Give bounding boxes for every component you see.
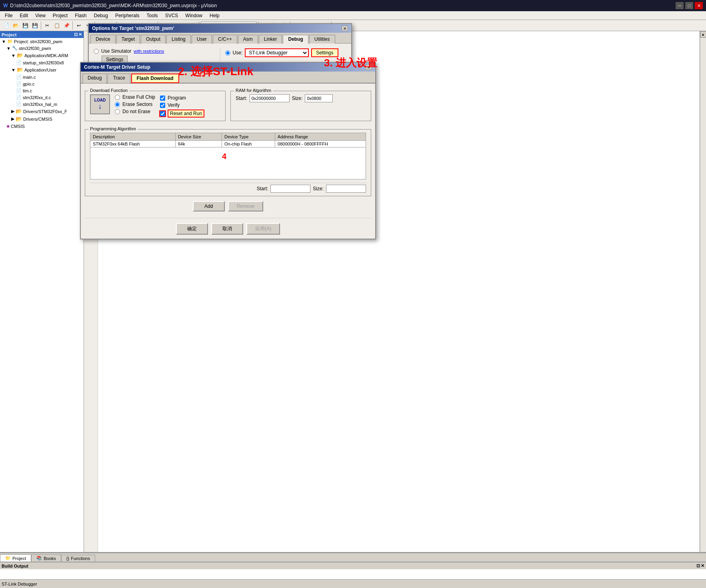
cortex-dialog-titlebar: Cortex-M Target Driver Setup ✕ xyxy=(81,63,375,72)
cut-btn[interactable]: ✂ xyxy=(43,21,52,30)
scroll-up-btn[interactable]: ▲ xyxy=(700,31,706,38)
menu-window[interactable]: Window xyxy=(182,12,206,19)
tab-functions[interactable]: {} Functions xyxy=(61,555,95,562)
cancel-btn[interactable]: 取消 xyxy=(211,223,243,235)
tab-output[interactable]: Output xyxy=(141,35,166,44)
table-row-0[interactable]: STM32F0xx 64kB Flash 64k On-chip Flash 0… xyxy=(90,141,366,147)
cortex-tab-debug[interactable]: Debug xyxy=(82,74,107,83)
use-radio[interactable] xyxy=(225,50,230,56)
tree-gpio-label: gpio.c xyxy=(23,82,34,86)
sidebar-close-btn[interactable]: ✕ xyxy=(78,32,82,37)
menu-peripherals[interactable]: Peripherals xyxy=(112,12,143,19)
erase-sectors-label: Erase Sectors xyxy=(122,102,152,107)
menu-edit[interactable]: Edit xyxy=(16,12,31,19)
scroll-track[interactable] xyxy=(700,38,706,555)
undo-btn[interactable]: ↩ xyxy=(74,21,83,30)
save-btn[interactable]: 💾 xyxy=(21,21,30,30)
tab-asm[interactable]: Asm xyxy=(238,35,258,44)
tree-app-user[interactable]: ▼ 📂 Application/User xyxy=(0,66,84,74)
menu-svcs[interactable]: SVCS xyxy=(162,12,182,19)
programming-table: Description Device Size Device Type Addr… xyxy=(90,133,366,179)
cortex-dialog-close[interactable]: ✕ xyxy=(366,64,372,70)
tree-tim[interactable]: 📄 tim.c xyxy=(0,87,84,94)
empty-cell xyxy=(90,147,366,179)
menu-flash[interactable]: Flash xyxy=(72,12,90,19)
tree-it-label: stm32f0xx_it.c xyxy=(23,95,51,100)
menu-debug[interactable]: Debug xyxy=(91,12,111,19)
build-float-btn[interactable]: ⊡ xyxy=(696,563,700,568)
verify-checkbox[interactable] xyxy=(160,103,165,108)
tree-target[interactable]: ▼ 🔧 stm32f030_pwm xyxy=(0,45,84,52)
debugger-select[interactable]: ST-Link Debugger xyxy=(245,48,309,57)
do-not-erase-radio[interactable] xyxy=(115,109,120,114)
erase-sectors-radio[interactable] xyxy=(115,102,120,107)
simulator-radio[interactable] xyxy=(94,49,99,54)
tree-gpio[interactable]: 📄 gpio.c xyxy=(0,80,84,87)
restrictions-link[interactable]: with restrictions xyxy=(134,49,164,54)
tab-target[interactable]: Target xyxy=(116,35,140,44)
tab-cpp[interactable]: C/C++ xyxy=(213,35,237,44)
options-dialog-close[interactable]: ✕ xyxy=(342,26,348,31)
tab-linker[interactable]: Linker xyxy=(259,35,282,44)
target-icon: 🔧 xyxy=(12,46,18,51)
tab-device[interactable]: Device xyxy=(90,35,116,44)
tab-project[interactable]: 📁 Project xyxy=(0,554,31,562)
ok-btn[interactable]: 确定 xyxy=(176,223,208,235)
paste-btn[interactable]: 📌 xyxy=(62,21,71,30)
reset-run-checkbox[interactable] xyxy=(160,111,165,116)
cortex-tab-flash[interactable]: Flash Download xyxy=(131,74,179,83)
menu-file[interactable]: File xyxy=(2,12,16,19)
minimize-button[interactable]: ─ xyxy=(676,2,684,9)
erase-radio-group: Erase Full Chip Erase Sectors Do not Era… xyxy=(115,94,155,114)
build-close-btn[interactable]: ✕ xyxy=(701,563,704,568)
editor-scrollbar[interactable]: ▲ ▼ xyxy=(700,31,706,562)
bottom-section: 📁 Project 📚 Books {} Functions Build Out… xyxy=(0,552,706,578)
sidebar-title: Project xyxy=(2,32,16,37)
alg-start-input[interactable] xyxy=(270,185,310,193)
tree-drivers-cmsis[interactable]: ▶ 📂 Drivers/CMSIS xyxy=(0,115,84,123)
tree-main-label: main.c xyxy=(23,75,36,80)
close-button[interactable]: ✕ xyxy=(695,2,703,9)
copy-btn[interactable]: 📋 xyxy=(52,21,61,30)
new-btn[interactable]: 📄 xyxy=(2,21,10,30)
save-all-btn[interactable]: 💾 xyxy=(30,21,39,30)
remove-btn[interactable]: Remove xyxy=(228,201,264,211)
debugger-settings-btn[interactable]: Settings xyxy=(311,48,338,57)
ram-start-input[interactable] xyxy=(250,94,290,102)
tree-mdk-arm[interactable]: ▼ 📂 Application/MDK-ARM xyxy=(0,52,84,59)
title-bar-controls[interactable]: ─ □ ✕ xyxy=(676,2,703,9)
tree-drivers-stm[interactable]: ▶ 📂 Drivers/STM32F0xx_F xyxy=(0,108,84,115)
tree-hal-label: stm32f0xx_hal_m xyxy=(23,102,57,107)
title-bar-left: W D:\stm32cubemx\stm32f030_pwm\stm32f030… xyxy=(3,3,217,8)
tab-project-label: Project xyxy=(12,556,26,561)
tab-listing[interactable]: Listing xyxy=(166,35,191,44)
program-checkbox[interactable] xyxy=(160,96,165,101)
tab-user[interactable]: User xyxy=(192,35,212,44)
tree-cmsis[interactable]: ◆ CMSIS xyxy=(0,123,84,130)
tab-functions-label: Functions xyxy=(71,556,90,561)
open-btn[interactable]: 📂 xyxy=(11,21,20,30)
add-btn[interactable]: Add xyxy=(193,201,225,211)
sidebar-float-btn[interactable]: ⊡ xyxy=(74,32,78,37)
apply-btn[interactable]: 应用(A) xyxy=(246,223,280,235)
tree-hal[interactable]: 📄 stm32f0xx_hal_m xyxy=(0,101,84,108)
download-function-group: Download Function LOAD ↓ Erase Full Chip xyxy=(85,91,226,121)
menu-project[interactable]: Project xyxy=(50,12,71,19)
menu-tools[interactable]: Tools xyxy=(144,12,161,19)
tree-project[interactable]: ▼ 📁 Project: stm32f030_pwm xyxy=(0,38,84,45)
tab-books[interactable]: 📚 Books xyxy=(31,554,61,562)
menu-view[interactable]: View xyxy=(32,12,49,19)
tree-startup[interactable]: 📄 startup_stm32f030x8 xyxy=(0,59,84,66)
cortex-tab-trace[interactable]: Trace xyxy=(108,74,130,83)
ram-size-input[interactable] xyxy=(305,94,333,102)
menu-help[interactable]: Help xyxy=(206,12,223,19)
tree-cmsis-label: CMSIS xyxy=(11,124,25,129)
alg-size-input[interactable] xyxy=(326,185,366,193)
erase-full-chip-radio[interactable] xyxy=(115,95,120,100)
tree-it[interactable]: 📄 stm32f0xx_it.c xyxy=(0,94,84,101)
maximize-button[interactable]: □ xyxy=(685,2,693,9)
tab-utilities[interactable]: Utilities xyxy=(309,35,335,44)
expand-icon: ▼ xyxy=(2,39,6,44)
tree-main[interactable]: 📄 main.c xyxy=(0,74,84,80)
tab-debug[interactable]: Debug xyxy=(283,35,308,44)
